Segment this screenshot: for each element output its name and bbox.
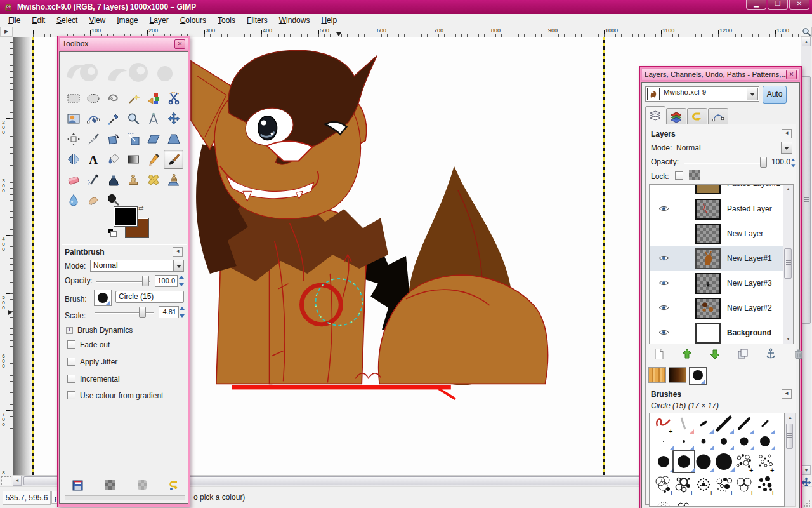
menu-image[interactable]: Image: [111, 15, 143, 26]
brush-circle-11[interactable]: [760, 436, 775, 450]
visibility-eye-icon[interactable]: [658, 304, 669, 313]
tool-airbrush[interactable]: [84, 170, 103, 189]
tool-align[interactable]: [63, 130, 83, 149]
brush-clover[interactable]: +: [737, 478, 754, 497]
tab-channels[interactable]: [666, 108, 686, 124]
menu-filters[interactable]: Filters: [241, 15, 273, 26]
layers-list[interactable]: Pasted Layer#1 Pasted Layer New Layer: [649, 184, 794, 344]
brush-circle-3[interactable]: [683, 440, 694, 450]
menu-colours[interactable]: Colours: [174, 15, 212, 26]
opacity-spinbox[interactable]: 100.0: [155, 275, 178, 287]
tool-paths[interactable]: [84, 109, 103, 128]
new-layer-button[interactable]: [653, 348, 665, 360]
visibility-eye-icon[interactable]: [658, 255, 669, 264]
brush-stroke-large[interactable]: [717, 417, 734, 434]
lock-pixels-checkbox[interactable]: [675, 171, 683, 180]
visibility-eye-icon[interactable]: [658, 329, 669, 338]
expander-plus-icon[interactable]: +: [66, 327, 73, 334]
scale-slider-handle[interactable]: [139, 307, 146, 318]
tool-rotate[interactable]: [103, 130, 123, 149]
scroll-up-button[interactable]: ▲: [783, 185, 793, 194]
reset-options-button[interactable]: [169, 480, 180, 491]
tool-eraser[interactable]: [63, 170, 83, 189]
layer-mode-dropdown-button[interactable]: [781, 142, 792, 154]
brush-circle-17[interactable]: [697, 455, 715, 472]
tool-perspective[interactable]: [164, 130, 183, 149]
vertical-scrollbar[interactable]: ▲ ▼: [801, 37, 811, 475]
fade-out-checkbox[interactable]: [67, 340, 75, 349]
layer-opacity-handle[interactable]: [760, 157, 767, 168]
vertical-ruler[interactable]: 200 300 400 500 600 700 800: [0, 37, 13, 475]
tool-text[interactable]: A: [84, 150, 103, 169]
list-scroll-thumb[interactable]: [784, 248, 792, 279]
apply-jitter-checkbox[interactable]: [67, 358, 75, 366]
minimize-button[interactable]: ▁: [746, 0, 766, 10]
tool-gradient[interactable]: [124, 150, 143, 169]
brush-scroll-thumb[interactable]: [786, 424, 793, 449]
toolbox-close-button[interactable]: ✕: [174, 39, 185, 49]
tool-pencil[interactable]: [144, 150, 164, 169]
incremental-checkbox[interactable]: [67, 375, 75, 383]
brush-dynamics-expander[interactable]: Brush Dynamics: [77, 326, 133, 335]
layers-collapse-button[interactable]: ◄: [782, 129, 792, 138]
tool-ellipse-select[interactable]: [84, 89, 103, 108]
tool-heal[interactable]: [144, 170, 164, 189]
tool-zoom[interactable]: [124, 109, 143, 128]
patterns-tab[interactable]: [648, 367, 666, 383]
scroll-left-button[interactable]: ◄: [13, 476, 22, 486]
mode-dropdown[interactable]: Normal: [90, 260, 174, 272]
menu-view[interactable]: View: [83, 15, 111, 26]
mode-dropdown-button[interactable]: [173, 260, 184, 272]
tab-paths[interactable]: [708, 108, 728, 124]
tool-move[interactable]: [164, 109, 183, 128]
brush-circle-5[interactable]: [702, 439, 714, 450]
layer-row-pasted-layer[interactable]: Pasted Layer: [650, 197, 793, 222]
menu-tools[interactable]: Tools: [212, 15, 241, 26]
tool-scale[interactable]: [124, 130, 143, 149]
lock-alpha-button[interactable]: [689, 170, 700, 180]
restore-button[interactable]: ❐: [768, 0, 788, 10]
layer-row-new-layer-1[interactable]: New Layer#1: [650, 246, 793, 271]
zoom-follows-window-button[interactable]: [801, 27, 812, 37]
swap-colors-icon[interactable]: ⇄: [138, 204, 143, 211]
tool-foreground-select[interactable]: [63, 109, 83, 128]
brush-spiral[interactable]: [657, 502, 670, 507]
tool-shear[interactable]: [144, 130, 164, 149]
brush-bubbles[interactable]: [678, 503, 690, 507]
layer-opacity-spin[interactable]: [791, 158, 797, 168]
layers-dialog-titlebar[interactable]: Layers, Channels, Undo, Paths - Patterns…: [641, 68, 800, 81]
anchor-layer-button[interactable]: [765, 348, 776, 360]
tool-color-picker[interactable]: [103, 109, 123, 128]
layer-opacity-slider[interactable]: [684, 163, 766, 164]
brush-triple-circle[interactable]: +: [656, 476, 673, 497]
menu-select[interactable]: Select: [51, 15, 83, 26]
toolbox-titlebar[interactable]: Toolbox ✕: [59, 37, 188, 50]
brush-mandala[interactable]: +: [697, 478, 714, 497]
brush-circle-9[interactable]: [740, 438, 755, 451]
brush-stroke-medium[interactable]: [739, 418, 754, 434]
brush-grid[interactable]: +: [649, 413, 785, 507]
tool-bucket-fill[interactable]: [103, 150, 123, 169]
tool-fuzzy-select[interactable]: [124, 89, 143, 108]
brush-preview-button[interactable]: [94, 290, 112, 306]
image-dropdown-button[interactable]: [747, 88, 758, 100]
collapse-button[interactable]: ◄: [173, 247, 183, 257]
lower-layer-button[interactable]: [709, 348, 721, 360]
auto-button[interactable]: Auto: [763, 86, 787, 104]
foreground-color-swatch[interactable]: [114, 207, 137, 226]
brush-circle-1[interactable]: [663, 441, 674, 450]
save-options-button[interactable]: [72, 480, 83, 491]
window-resize-grip[interactable]: [803, 500, 811, 507]
menu-windows[interactable]: Windows: [273, 15, 316, 26]
raise-layer-button[interactable]: [681, 348, 693, 360]
tool-crop[interactable]: [84, 130, 103, 149]
layer-row-pasted-layer-1[interactable]: Pasted Layer#1: [650, 184, 793, 196]
gradients-tab[interactable]: [669, 367, 686, 383]
opacity-spin-arrows[interactable]: [179, 275, 186, 287]
gradient-colour-checkbox[interactable]: [67, 391, 75, 399]
scale-spinbox[interactable]: 4.81: [159, 306, 179, 318]
brush-circle-19[interactable]: [716, 453, 735, 472]
restore-options-button[interactable]: [105, 480, 115, 490]
delete-layer-button[interactable]: [793, 348, 804, 360]
vertical-scroll-thumb[interactable]: [802, 76, 811, 324]
